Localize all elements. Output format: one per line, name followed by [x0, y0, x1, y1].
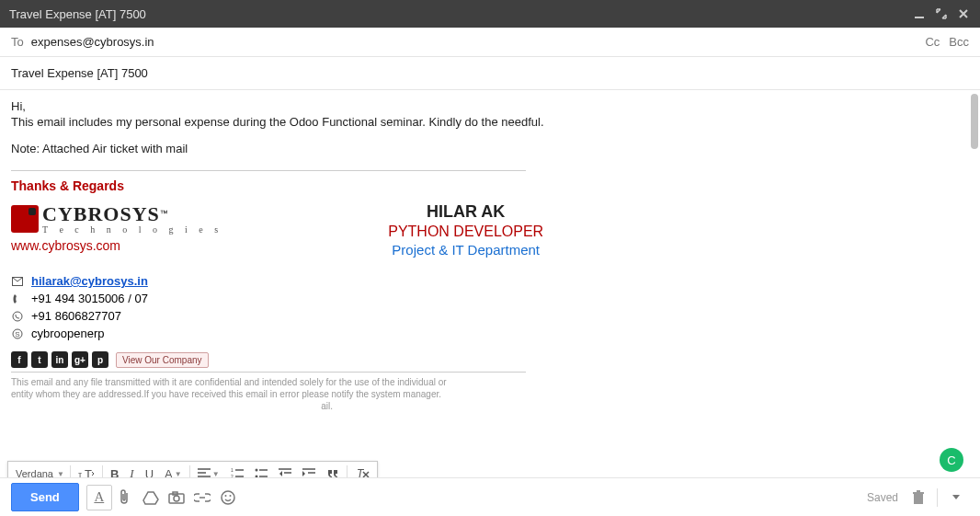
- attach-file-button[interactable]: [112, 485, 138, 510]
- skype-icon: S: [11, 327, 24, 340]
- view-company-button[interactable]: View Our Company: [116, 352, 209, 368]
- body-paragraph: This email includes my personal expense …: [11, 115, 969, 129]
- insert-drive-button[interactable]: [138, 485, 164, 510]
- contact-whatsapp-row: +91 8606827707: [11, 309, 969, 323]
- close-icon[interactable]: [956, 6, 971, 21]
- minimize-icon[interactable]: [912, 6, 927, 21]
- formatting-toggle-button[interactable]: A: [86, 485, 112, 510]
- signature-header: CYBROSYS™ T e c h n o l o g i e s www.cy…: [11, 202, 969, 258]
- pinterest-icon[interactable]: p: [92, 351, 108, 368]
- bottom-separator: [937, 488, 938, 507]
- saved-indicator: Saved: [867, 491, 898, 504]
- svg-rect-34: [913, 492, 924, 494]
- contact-phone-row: +91 494 3015006 / 07: [11, 292, 969, 305]
- scrollbar-thumb[interactable]: [971, 94, 978, 149]
- svg-point-32: [229, 495, 231, 497]
- trademark-symbol: ™: [160, 209, 168, 218]
- company-logo-icon: [11, 205, 39, 233]
- facebook-icon[interactable]: f: [11, 351, 28, 368]
- bcc-link[interactable]: Bcc: [949, 35, 969, 49]
- company-name: CYBROSYS: [42, 202, 160, 225]
- googleplus-icon[interactable]: g+: [72, 351, 88, 368]
- compose-body-container: Hi, This email includes my personal expe…: [0, 90, 980, 456]
- svg-rect-35: [917, 490, 920, 492]
- discard-draft-button[interactable]: [906, 485, 931, 510]
- person-title: PYTHON DEVELOPER: [388, 224, 543, 240]
- disclaimer-line-2: entity whom they are addressed.If you ha…: [11, 388, 526, 400]
- svg-point-14: [255, 469, 257, 472]
- contact-skype: cybroopenerp: [31, 327, 105, 340]
- company-logo-block: CYBROSYS™ T e c h n o l o g i e s www.cy…: [11, 202, 222, 253]
- contact-email[interactable]: hilarak@cybrosys.in: [31, 274, 148, 288]
- company-tagline: T e c h n o l o g i e s: [42, 224, 222, 235]
- compose-body[interactable]: Hi, This email includes my personal expe…: [0, 90, 980, 456]
- whatsapp-icon: [11, 310, 24, 323]
- svg-text:1: 1: [231, 468, 234, 473]
- insert-photo-button[interactable]: [164, 485, 189, 510]
- svg-rect-0: [915, 17, 924, 18]
- disclaimer-line-3: ail.: [11, 400, 333, 412]
- svg-point-30: [222, 491, 234, 504]
- company-website[interactable]: www.cybrosys.com: [11, 238, 222, 253]
- recipient-chip[interactable]: expenses@cybrosys.in: [31, 35, 154, 50]
- subject-field[interactable]: Travel Expense [AT] 7500: [0, 57, 980, 90]
- hangouts-badge[interactable]: C: [940, 448, 963, 472]
- compose-bottom-bar: Send A Saved: [0, 477, 980, 516]
- hangouts-initial: C: [947, 453, 955, 467]
- mail-icon: [11, 275, 24, 288]
- disclaimer-line-1: This email and any file transmitted with…: [11, 376, 526, 388]
- phone-icon: [11, 292, 24, 305]
- person-info-block: HILAR AK PYTHON DEVELOPER Project & IT D…: [388, 202, 543, 258]
- person-name: HILAR AK: [388, 202, 543, 222]
- linkedin-icon[interactable]: in: [51, 351, 68, 368]
- expand-icon[interactable]: [934, 6, 949, 21]
- contact-whatsapp: +91 8606827707: [31, 309, 121, 323]
- svg-rect-33: [914, 494, 923, 504]
- to-label: To: [11, 35, 24, 49]
- signature-divider: [11, 170, 526, 171]
- send-button[interactable]: Send: [11, 483, 79, 511]
- to-recipients[interactable]: expenses@cybrosys.in: [31, 35, 926, 49]
- more-options-button[interactable]: [943, 485, 969, 510]
- social-icons-row: f t in g+ p View Our Company: [11, 351, 969, 368]
- person-department: Project & IT Department: [388, 242, 543, 258]
- twitter-icon[interactable]: t: [31, 351, 48, 368]
- window-titlebar: Travel Expense [AT] 7500: [0, 0, 980, 28]
- contact-email-row: hilarak@cybrosys.in: [11, 274, 969, 288]
- contact-phone: +91 494 3015006 / 07: [31, 292, 148, 305]
- contact-skype-row: S cybroopenerp: [11, 327, 969, 340]
- svg-text:S: S: [15, 330, 19, 338]
- contact-block: hilarak@cybrosys.in +91 494 3015006 / 07…: [11, 274, 969, 340]
- signature-thanks: Thanks & Regards: [11, 178, 969, 193]
- to-field-row[interactable]: To expenses@cybrosys.in Cc Bcc: [0, 28, 980, 57]
- window-controls: [912, 6, 971, 21]
- body-note: Note: Attached Air ticket with mail: [11, 142, 969, 155]
- svg-point-31: [224, 495, 226, 497]
- svg-point-2: [13, 312, 22, 321]
- cc-link[interactable]: Cc: [925, 35, 940, 49]
- insert-emoji-button[interactable]: [215, 485, 241, 510]
- window-title: Travel Expense [AT] 7500: [9, 7, 912, 21]
- body-greeting: Hi,: [11, 99, 969, 113]
- insert-link-button[interactable]: [189, 485, 215, 510]
- signature-mini-divider: [11, 372, 526, 373]
- svg-point-29: [174, 496, 179, 501]
